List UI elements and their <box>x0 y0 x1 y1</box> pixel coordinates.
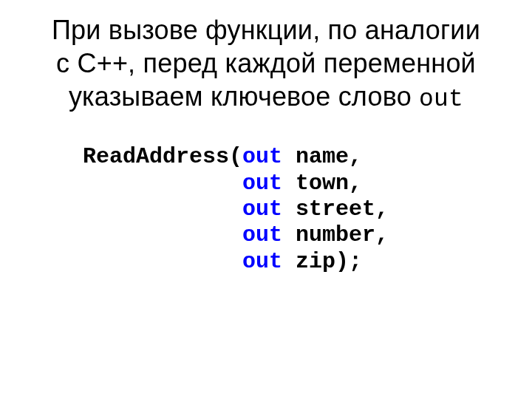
code-keyword-out-2: out <box>242 171 282 196</box>
code-arg-4: number, <box>282 222 389 248</box>
title-keyword-out: out <box>419 86 463 113</box>
slide: При вызове функции, по аналогии с С++, п… <box>0 0 532 399</box>
title-line-3-pre: указываем ключевое слово <box>69 81 419 112</box>
code-arg-2: town, <box>282 171 362 196</box>
code-arg-3: street, <box>282 197 389 222</box>
code-block: ReadAddress(out name, out town, out stre… <box>83 144 523 275</box>
code-indent-3 <box>83 197 242 222</box>
code-arg-5: zip); <box>282 249 362 274</box>
code-fn-name: ReadAddress( <box>83 144 242 169</box>
code-keyword-out-4: out <box>242 222 282 248</box>
code-indent-2 <box>83 171 242 196</box>
code-keyword-out-3: out <box>242 197 282 222</box>
code-indent-4 <box>83 222 242 248</box>
slide-title: При вызове функции, по аналогии с С++, п… <box>9 13 523 115</box>
code-indent-5 <box>83 249 242 274</box>
code-keyword-out-5: out <box>242 249 282 274</box>
code-keyword-out-1: out <box>242 144 282 169</box>
title-line-1: При вызове функции, по аналогии <box>52 15 480 45</box>
code-arg-1: name, <box>282 144 362 169</box>
title-line-2: с С++, перед каждой переменной <box>56 48 476 78</box>
